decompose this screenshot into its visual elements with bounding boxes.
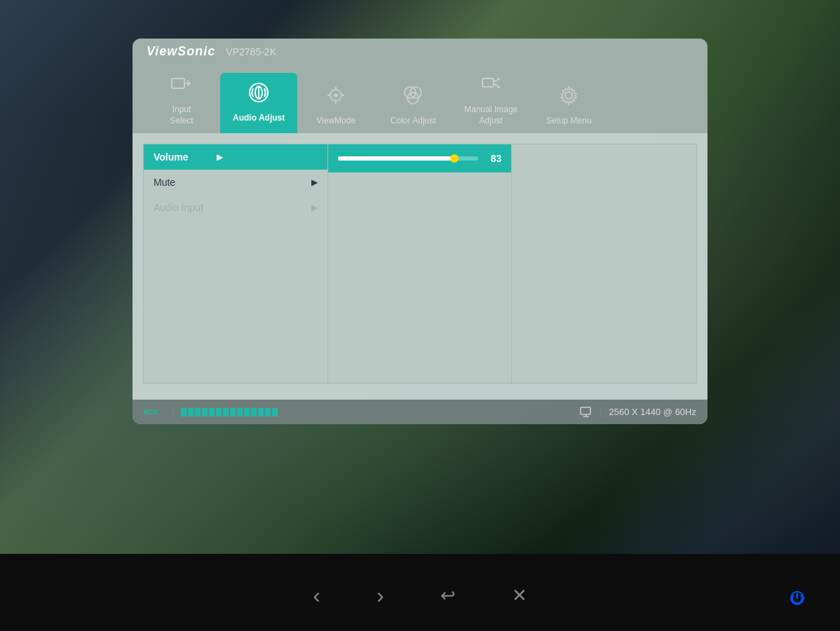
- svg-point-20: [497, 86, 500, 88]
- svg-rect-23: [581, 407, 590, 414]
- viewmode-icon: [325, 84, 347, 111]
- resolution-text: 2560 X 1440 @ 60Hz: [609, 407, 696, 417]
- status-left: eco |: [144, 405, 278, 419]
- svg-point-21: [565, 92, 572, 99]
- tab-viewmode[interactable]: ViewMode: [297, 76, 374, 134]
- osd-panel: ViewSonic VP2785-2K InputSelect: [133, 39, 707, 424]
- menu-item-volume[interactable]: Volume ▶: [144, 144, 327, 170]
- color-adjust-icon: [402, 84, 424, 111]
- osd-content: Volume ▶ Mute ▶ Audio Input ▶: [133, 133, 707, 400]
- svg-rect-16: [482, 79, 494, 87]
- volume-label: Volume: [154, 151, 210, 163]
- svg-point-18: [497, 78, 500, 81]
- brand-logo: ViewSonic: [147, 44, 215, 59]
- svg-rect-0: [172, 79, 184, 88]
- menu-column-1: Volume ▶ Mute ▶ Audio Input ▶: [144, 144, 328, 383]
- nav-back-button[interactable]: ↩: [440, 586, 456, 604]
- tab-audio-adjust[interactable]: Audio Adjust: [220, 73, 297, 134]
- nav-close-button[interactable]: ✕: [512, 586, 527, 604]
- audio-input-arrow: ▶: [311, 203, 318, 212]
- audio-input-label: Audio Input: [154, 202, 306, 213]
- eco-label: eco: [144, 405, 165, 419]
- menu-item-mute[interactable]: Mute ▶: [144, 170, 327, 195]
- menu-column-3: [512, 144, 696, 383]
- bottom-bar: ‹ › ↩ ✕: [0, 554, 840, 631]
- nav-tabs: InputSelect Audio Adjust: [133, 59, 707, 133]
- menu-column-2: 83: [328, 144, 513, 383]
- status-divider-2: |: [599, 407, 602, 417]
- nav-prev-button[interactable]: ‹: [313, 584, 320, 606]
- tab-input-select[interactable]: InputSelect: [143, 65, 220, 133]
- tab-audio-adjust-label: Audio Adjust: [233, 113, 285, 124]
- svg-text:eco: eco: [144, 407, 158, 416]
- svg-point-8: [334, 93, 338, 97]
- display-icon: [580, 406, 592, 419]
- tab-manual-image-adjust-label: Manual ImageAdjust: [464, 104, 517, 126]
- tab-manual-image-adjust[interactable]: Manual ImageAdjust: [452, 65, 530, 133]
- nav-controls: ‹ › ↩ ✕: [313, 584, 527, 606]
- power-button[interactable]: [790, 590, 805, 610]
- volume-slider-dot: [450, 154, 459, 163]
- volume-value: 83: [484, 153, 501, 164]
- status-divider-1: |: [172, 407, 174, 417]
- volume-slider-track[interactable]: [338, 156, 479, 161]
- tab-color-adjust-label: Color Adjust: [391, 116, 436, 127]
- tab-setup-menu[interactable]: Setup Menu: [530, 76, 607, 134]
- nav-next-button[interactable]: ›: [377, 584, 384, 606]
- manual-image-adjust-icon: [480, 73, 502, 100]
- volume-arrow: ▶: [217, 152, 223, 162]
- audio-adjust-icon: [248, 81, 270, 109]
- brand-model: VP2785-2K: [219, 46, 276, 57]
- input-select-icon: [170, 73, 193, 100]
- tab-color-adjust[interactable]: Color Adjust: [374, 76, 452, 134]
- volume-slider-fill: [338, 156, 455, 161]
- mute-arrow: ▶: [311, 177, 318, 187]
- brightness-bar: [181, 408, 278, 416]
- content-grid: Volume ▶ Mute ▶ Audio Input ▶: [143, 144, 697, 384]
- setup-menu-icon: [557, 84, 580, 111]
- menu-item-audio-input[interactable]: Audio Input ▶: [144, 195, 327, 220]
- tab-setup-menu-label: Setup Menu: [546, 116, 592, 127]
- tab-input-select-label: InputSelect: [170, 104, 193, 126]
- status-bar: eco |: [133, 400, 707, 424]
- status-right: | 2560 X 1440 @ 60Hz: [580, 406, 696, 419]
- osd-header: ViewSonic VP2785-2K: [133, 39, 707, 59]
- mute-label: Mute: [154, 177, 306, 188]
- tab-viewmode-label: ViewMode: [316, 116, 355, 127]
